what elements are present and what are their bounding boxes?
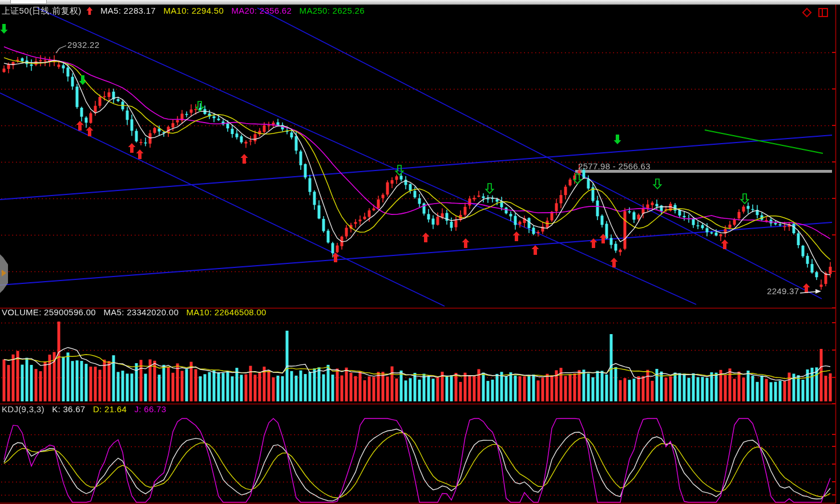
volume-ma10-value: MA10: 22646508.00 — [187, 307, 266, 317]
ma20-value: MA20: 2356.62 — [232, 6, 292, 15]
chart-canvas[interactable] — [0, 0, 840, 504]
toolbar-tab[interactable] — [10, 0, 47, 4]
ma5-value: MA5: 2283.17 — [100, 6, 156, 15]
window-icon-bar — [822, 9, 823, 16]
volume-header: VOLUME: 25900596.00 MA5: 23342020.00 MA1… — [2, 307, 272, 317]
top-toolbar-strip — [0, 0, 840, 5]
stock-chart-window: 上证50(日线.前复权) MA5: 2283.17 MA10: 2294.50 … — [0, 0, 840, 504]
volume-value: VOLUME: 25900596.00 — [2, 307, 96, 317]
main-chart-header: 上证50(日线.前复权) MA5: 2283.17 MA10: 2294.50 … — [2, 6, 370, 17]
gap-range-label: 2577.98 - 2566.63 — [578, 161, 651, 171]
kdj-k-value: K: 36.67 — [52, 404, 85, 414]
low-price-label: 2249.37 — [767, 286, 799, 296]
peak-price-label: 2932.22 — [67, 40, 99, 50]
expand-arrow-icon — [2, 270, 6, 277]
volume-ma5-value: MA5: 23342020.00 — [103, 307, 179, 317]
symbol-title: 上证50(日线.前复权) — [2, 6, 81, 15]
kdj-d-value: D: 21.64 — [93, 404, 127, 414]
kdj-j-value: J: 66.73 — [135, 404, 167, 414]
price-up-arrow-icon — [86, 7, 92, 15]
kdj-name: KDJ(9,3,3) — [2, 404, 45, 414]
ma250-value: MA250: 2625.26 — [300, 6, 365, 15]
kdj-header: KDJ(9,3,3) K: 36.67 D: 21.64 J: 66.73 — [2, 404, 171, 414]
window-icon[interactable] — [818, 8, 828, 17]
ma10-value: MA10: 2294.50 — [163, 6, 224, 15]
